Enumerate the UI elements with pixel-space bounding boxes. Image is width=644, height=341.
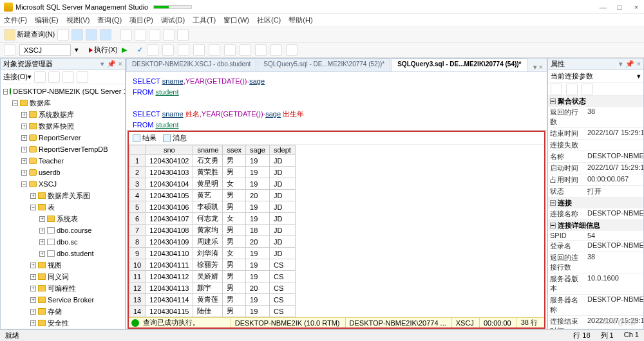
new-query-icon bbox=[4, 29, 15, 41]
menu-view[interactable]: 视图(V) bbox=[66, 15, 90, 25]
tool-icon[interactable] bbox=[48, 71, 60, 83]
status-rows: 38 行 bbox=[516, 318, 542, 327]
save-icon[interactable] bbox=[135, 29, 146, 41]
tool-icon[interactable] bbox=[77, 71, 88, 83]
tool-icon[interactable] bbox=[193, 44, 205, 56]
properties-list[interactable]: −聚合状态返回的行数38结束时间2022/10/7 15:29:19连接失败名称… bbox=[548, 96, 643, 329]
open-icon[interactable] bbox=[120, 29, 132, 41]
menu-help[interactable]: 帮助(H) bbox=[289, 15, 312, 25]
tool-icon[interactable] bbox=[100, 29, 111, 41]
status-ch: Ch 1 bbox=[624, 331, 639, 340]
tool-icon[interactable] bbox=[209, 44, 220, 56]
menu-window[interactable]: 窗口(W) bbox=[223, 15, 249, 25]
status-time: 00:00:00 bbox=[479, 318, 515, 327]
grid-icon bbox=[133, 134, 140, 142]
menu-debug[interactable]: 调试(D) bbox=[161, 15, 185, 25]
close-button[interactable]: × bbox=[632, 3, 640, 11]
status-user: DESKTOP-NBME2IK\20774 ... bbox=[345, 318, 450, 327]
save-all-icon[interactable] bbox=[149, 29, 160, 41]
tool-icon[interactable] bbox=[177, 29, 189, 41]
status-message: 查询已成功执行。 bbox=[140, 318, 229, 327]
properties-header: 当前连接参数 bbox=[551, 71, 633, 81]
alphabetical-icon[interactable] bbox=[566, 84, 578, 95]
tool-icon[interactable] bbox=[582, 84, 593, 95]
connect-button[interactable]: 连接(O)▾ bbox=[3, 72, 32, 82]
app-status-bar: 就绪 行 18 列 1 Ch 1 bbox=[0, 329, 644, 341]
status-col: 列 1 bbox=[601, 331, 614, 340]
tool-icon[interactable] bbox=[240, 44, 251, 56]
maximize-button[interactable]: □ bbox=[616, 3, 623, 11]
tool-icon[interactable] bbox=[270, 44, 282, 56]
menu-bar: 文件(F) 编辑(E) 视图(V) 查询(Q) 项目(P) 调试(D) 工具(T… bbox=[0, 14, 644, 27]
menu-community[interactable]: 社区(C) bbox=[257, 15, 281, 25]
properties-title: 属性 bbox=[551, 59, 565, 69]
tool-icon[interactable] bbox=[71, 29, 83, 41]
properties-panel: 属性 ▾📌× 当前连接参数 ▾ −聚合状态返回的行数38结束时间2022/10/… bbox=[547, 58, 644, 329]
tool-icon[interactable] bbox=[147, 44, 158, 56]
toolbar-main: 新建查询(N) bbox=[0, 27, 644, 42]
status-line: 行 18 bbox=[573, 331, 590, 340]
watermark: CSDN @长辞. bbox=[598, 318, 639, 327]
close-panel-icon[interactable]: × bbox=[118, 60, 122, 68]
execute-button[interactable]: 执行(X) bbox=[89, 45, 118, 55]
messages-icon bbox=[163, 134, 171, 142]
dropdown-icon[interactable]: ▾ bbox=[100, 60, 104, 68]
tool-icon[interactable] bbox=[163, 29, 175, 41]
tool-icon[interactable] bbox=[178, 44, 189, 56]
status-server: DESKTOP-NBME2IK (10.0 RTM) bbox=[231, 318, 344, 327]
object-explorer-title: 对象资源管理器 bbox=[3, 59, 53, 69]
success-icon bbox=[131, 319, 139, 327]
tool-icon[interactable] bbox=[162, 44, 174, 56]
editor-area: DESKTOP-NBME2IK.XSCJ - dbo.student SQLQu… bbox=[126, 58, 547, 329]
tool-icon[interactable] bbox=[286, 44, 298, 56]
results-grid[interactable]: snosnamessexsagesdept11204304102石文勇男19JD… bbox=[129, 145, 544, 317]
toolbar-query: XSCJ ▾ 执行(X) ▶ ✓ bbox=[0, 42, 644, 58]
tab-dropdown-icon[interactable]: ▾ × bbox=[529, 63, 547, 71]
results-tab[interactable]: 结果 bbox=[133, 133, 156, 143]
play-icon bbox=[89, 48, 93, 53]
window-title: Microsoft SQL Server Management Studio bbox=[15, 3, 148, 11]
categorized-icon[interactable] bbox=[551, 84, 562, 95]
tool-icon[interactable] bbox=[4, 44, 15, 56]
tool-icon[interactable] bbox=[57, 29, 69, 41]
tab-query5[interactable]: SQLQuery5.sql - DE...ME2IK\20774 (52))* bbox=[258, 59, 390, 71]
object-explorer-panel: 对象资源管理器 ▾📌× 连接(O)▾ −DESKTOP-NBME2IK (SQL… bbox=[0, 58, 126, 329]
dropdown-icon[interactable]: ▾ bbox=[619, 60, 623, 68]
debug-button[interactable]: ▶ bbox=[122, 46, 127, 54]
close-panel-icon[interactable]: × bbox=[637, 60, 641, 68]
document-tabs: DESKTOP-NBME2IK.XSCJ - dbo.student SQLQu… bbox=[126, 59, 547, 72]
object-tree[interactable]: −DESKTOP-NBME2IK (SQL Server 10.0.160 −数… bbox=[1, 84, 125, 329]
menu-edit[interactable]: 编辑(E) bbox=[35, 15, 59, 25]
results-panel: 结果 消息 snosnamessexsagesdept11204304102石文… bbox=[128, 131, 545, 329]
new-query-button[interactable]: 新建查询(N) bbox=[4, 29, 55, 41]
tool-icon[interactable] bbox=[224, 44, 236, 56]
menu-file[interactable]: 文件(F) bbox=[4, 15, 27, 25]
tab-student[interactable]: DESKTOP-NBME2IK.XSCJ - dbo.student bbox=[126, 59, 256, 71]
tool-icon[interactable] bbox=[86, 29, 97, 41]
dropdown-icon[interactable]: ▾ bbox=[637, 72, 641, 80]
progress-indicator bbox=[153, 5, 192, 9]
status-ready: 就绪 bbox=[5, 331, 19, 340]
app-icon bbox=[4, 3, 13, 12]
menu-tools[interactable]: 工具(T) bbox=[193, 15, 216, 25]
sql-editor[interactable]: SELECT sname,YEAR(GETDATE())-sage FROM s… bbox=[126, 72, 547, 131]
menu-project[interactable]: 项目(P) bbox=[129, 15, 153, 25]
tab-query3[interactable]: SQLQuery3.sql - DE...ME2IK\20774 (54))* bbox=[392, 59, 527, 71]
tool-icon[interactable] bbox=[255, 44, 267, 56]
tool-icon[interactable] bbox=[34, 71, 46, 83]
messages-tab[interactable]: 消息 bbox=[163, 133, 187, 143]
status-db: XSCJ bbox=[451, 318, 478, 327]
pin-icon[interactable]: 📌 bbox=[625, 60, 634, 68]
menu-query[interactable]: 查询(Q) bbox=[97, 15, 122, 25]
parse-button[interactable]: ✓ bbox=[137, 46, 143, 54]
query-status-bar: 查询已成功执行。 DESKTOP-NBME2IK (10.0 RTM) DESK… bbox=[129, 317, 544, 329]
minimize-button[interactable]: — bbox=[599, 3, 607, 11]
title-bar: Microsoft SQL Server Management Studio —… bbox=[0, 0, 644, 14]
tool-icon[interactable] bbox=[62, 71, 74, 83]
pin-icon[interactable]: 📌 bbox=[107, 60, 116, 68]
database-selector[interactable]: XSCJ bbox=[19, 44, 71, 56]
